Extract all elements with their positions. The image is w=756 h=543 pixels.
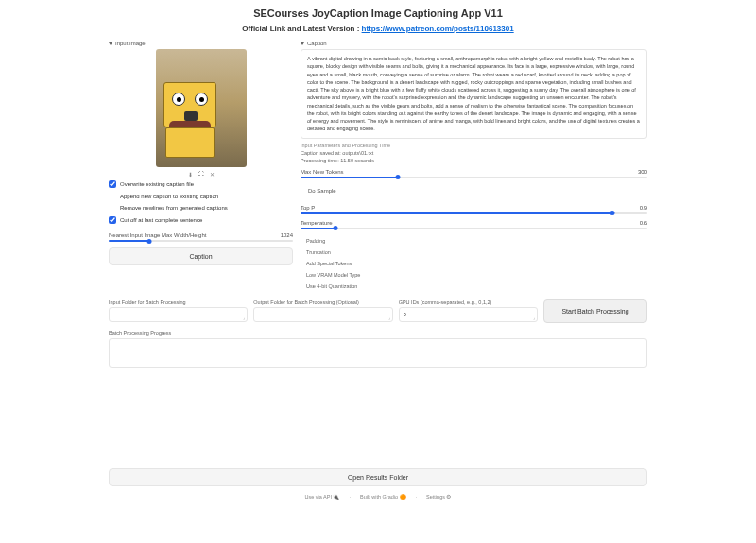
imgwidth-value: 1024: [281, 232, 293, 238]
info-line2: Processing time: 11.50 seconds: [301, 158, 647, 163]
output-folder-label: Output Folder for Batch Processing (Opti…: [253, 299, 392, 305]
patreon-link[interactable]: https://www.patreon.com/posts/110613301: [362, 25, 514, 33]
page-title: SECourses JoyCaption Image Captioning Ap…: [109, 8, 647, 19]
topp-label: Top P: [301, 205, 315, 211]
opt-truncation[interactable]: Truncation: [301, 246, 647, 258]
opt-padding[interactable]: Padding: [301, 235, 647, 246]
chevron-down-icon[interactable]: [109, 42, 112, 45]
imgwidth-label: Nearest Input Image Max Width/Height: [109, 232, 206, 238]
open-results-button[interactable]: Open Results Folder: [109, 468, 647, 486]
caption-label: Caption: [307, 41, 327, 46]
dosample-label: Do Sample: [308, 188, 336, 194]
caption-output[interactable]: A vibrant digital drawing in a comic boo…: [301, 49, 647, 139]
maxtokens-slider[interactable]: [301, 177, 647, 178]
subtitle: Official Link and Latest Version : https…: [109, 25, 647, 33]
fullscreen-icon[interactable]: ⛶: [198, 171, 204, 178]
maxtokens-label: Max New Tokens: [301, 169, 344, 175]
topp-slider[interactable]: [301, 212, 647, 214]
clear-icon[interactable]: ✕: [210, 171, 215, 178]
temp-value: 0.6: [640, 220, 647, 226]
info-line1: Caption saved at: outputs\01.txt: [301, 150, 647, 156]
chevron-down-icon[interactable]: [301, 42, 304, 45]
overwrite-label: Overwrite existing caption file: [120, 181, 194, 187]
gpu-ids-label: GPU IDs (comma-separated, e.g., 0,1,2): [399, 299, 538, 305]
footer-built[interactable]: Built with Gradio 🟠: [360, 494, 406, 500]
output-folder-field[interactable]: ⌟: [253, 307, 392, 322]
cutoff-checkbox[interactable]: [109, 216, 116, 224]
temp-slider[interactable]: [301, 228, 647, 229]
maxtokens-value: 300: [638, 169, 647, 175]
temp-label: Temperature: [301, 220, 333, 226]
gpu-ids-field[interactable]: 0⌟: [399, 307, 538, 322]
info-header: Input Parameters and Processing Time: [301, 143, 647, 148]
append-label: Append new caption to existing caption: [120, 194, 218, 199]
input-image-label: Input Image: [115, 41, 146, 46]
overwrite-checkbox[interactable]: [109, 180, 116, 188]
input-image[interactable]: [156, 49, 247, 167]
progress-area: [109, 338, 647, 368]
footer-api[interactable]: Use via API 🔌: [304, 494, 339, 500]
topp-value: 0.9: [640, 205, 647, 211]
opt-4bit[interactable]: Use 4-bit Quantization: [301, 280, 647, 292]
caption-button[interactable]: Caption: [109, 247, 293, 265]
opt-low-vram[interactable]: Low VRAM Model Type: [301, 269, 647, 280]
opt-special-tokens[interactable]: Add Special Tokens: [301, 258, 647, 269]
input-folder-field[interactable]: ⌟: [109, 307, 248, 322]
imgwidth-slider[interactable]: [109, 240, 293, 242]
cutoff-label: Cut off at last complete sentence: [120, 217, 202, 223]
input-folder-label: Input Folder for Batch Processing: [109, 299, 248, 305]
download-icon[interactable]: ⬇: [188, 171, 193, 178]
progress-label: Batch Processing Progress: [109, 331, 647, 336]
start-batch-button[interactable]: Start Batch Processing: [543, 299, 647, 323]
remove-label: Remove newlines from generated captions: [120, 205, 228, 211]
footer-settings[interactable]: Settings ⚙: [426, 494, 451, 500]
